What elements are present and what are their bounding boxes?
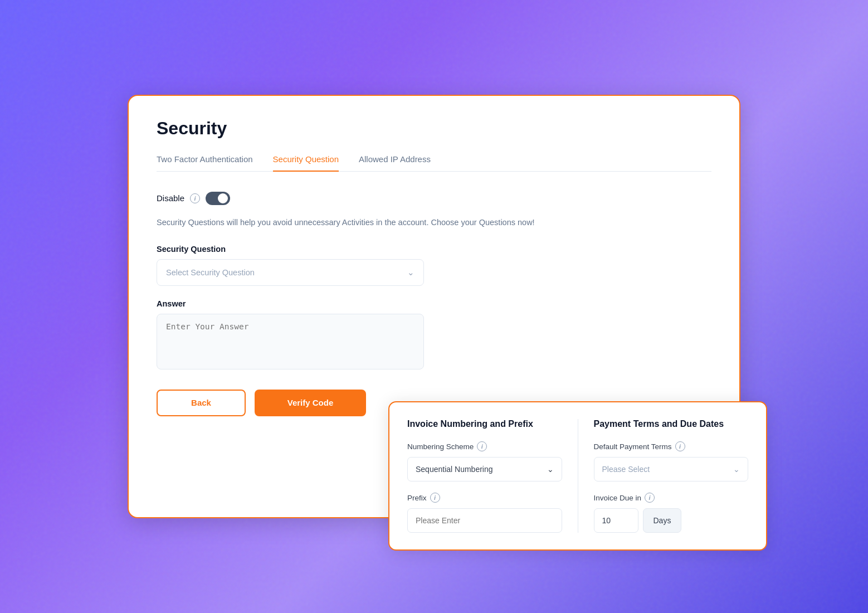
numbering-scheme-label: Numbering Scheme i — [407, 441, 562, 451]
disable-toggle[interactable] — [206, 192, 230, 205]
default-payment-placeholder: Please Select — [602, 465, 650, 474]
tab-two-factor[interactable]: Two Factor Authentication — [157, 154, 253, 172]
payment-terms-title: Payment Terms and Due Dates — [594, 419, 749, 429]
invoice-due-info-icon: i — [645, 493, 655, 503]
security-question-placeholder: Select Security Question — [166, 268, 255, 277]
default-payment-select[interactable]: Please Select ⌄ — [594, 457, 749, 481]
verify-button[interactable]: Verify Code — [255, 390, 366, 416]
disable-info-icon: i — [190, 193, 200, 203]
disable-label: Disable — [157, 193, 184, 203]
numbering-chevron-icon: ⌄ — [547, 465, 554, 474]
disable-row: Disable i — [157, 192, 711, 205]
tab-security-question[interactable]: Security Question — [273, 154, 339, 172]
invoice-numbering-title: Invoice Numbering and Prefix — [407, 419, 562, 429]
numbering-info-icon: i — [477, 441, 487, 451]
invoice-due-row: Days — [594, 508, 749, 533]
payment-chevron-icon: ⌄ — [733, 465, 740, 474]
numbering-scheme-value: Sequential Numbering — [416, 465, 493, 474]
invoice-numbering-section: Invoice Numbering and Prefix Numbering S… — [407, 419, 578, 533]
security-card: Security Two Factor Authentication Secur… — [128, 95, 740, 518]
days-badge: Days — [643, 508, 682, 533]
answer-label: Answer — [157, 299, 711, 308]
tab-bar: Two Factor Authentication Security Quest… — [157, 154, 711, 172]
prefix-input[interactable] — [407, 508, 562, 533]
invoice-due-label: Invoice Due in i — [594, 493, 749, 503]
page-title: Security — [157, 118, 711, 139]
floating-invoice-card: Invoice Numbering and Prefix Numbering S… — [388, 401, 767, 551]
prefix-info-icon: i — [430, 493, 440, 503]
numbering-scheme-select[interactable]: Sequential Numbering ⌄ — [407, 457, 562, 481]
payment-terms-info-icon: i — [675, 441, 685, 451]
payment-terms-section: Payment Terms and Due Dates Default Paym… — [578, 419, 749, 533]
security-question-label: Security Question — [157, 245, 711, 254]
default-payment-label: Default Payment Terms i — [594, 441, 749, 451]
chevron-down-icon: ⌄ — [407, 268, 415, 277]
invoice-due-input[interactable] — [594, 508, 638, 533]
security-question-select[interactable]: Select Security Question ⌄ — [157, 259, 424, 286]
prefix-label: Prefix i — [407, 493, 562, 503]
security-description: Security Questions will help you avoid u… — [157, 216, 711, 229]
back-button[interactable]: Back — [157, 390, 246, 416]
answer-textarea[interactable] — [157, 314, 424, 369]
tab-allowed-ip[interactable]: Allowed IP Address — [359, 154, 431, 172]
